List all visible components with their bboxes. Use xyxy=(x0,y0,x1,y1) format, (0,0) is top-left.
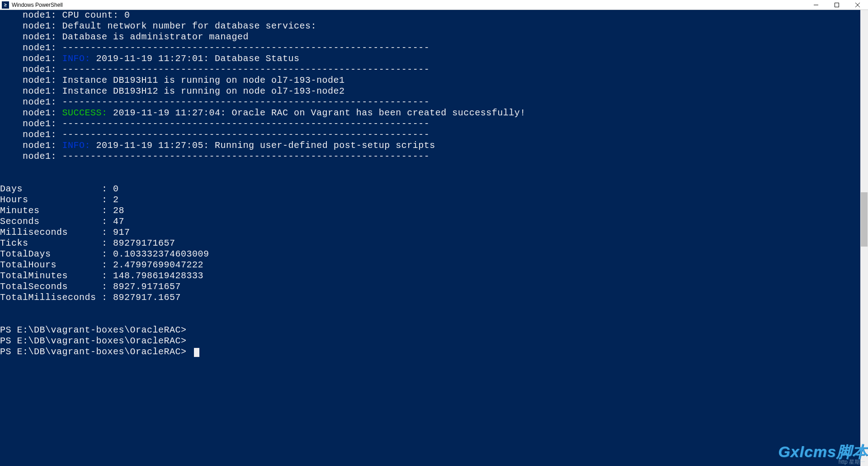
terminal-line: node1: ---------------------------------… xyxy=(0,97,860,108)
vertical-scrollbar[interactable] xyxy=(860,10,868,466)
terminal-line: node1: CPU count: 0 xyxy=(0,10,860,21)
terminal-line xyxy=(0,173,860,184)
svg-rect-1 xyxy=(835,3,839,7)
terminal-line: node1: INFO: 2019-11-19 11:27:01: Databa… xyxy=(0,53,860,64)
prompt-line: PS E:\DB\vagrant-boxes\OracleRAC> xyxy=(0,325,860,336)
terminal-container: node1: CPU count: 0 node1: Default netwo… xyxy=(0,10,868,466)
success-label: SUCCESS: xyxy=(62,108,108,118)
terminal-line: Days : 0 xyxy=(0,184,860,195)
terminal-line: TotalSeconds : 8927.9171657 xyxy=(0,281,860,292)
terminal-line xyxy=(0,314,860,325)
scrollbar-thumb[interactable] xyxy=(861,192,868,247)
prompt-line: PS E:\DB\vagrant-boxes\OracleRAC> xyxy=(0,347,860,357)
window-titlebar: ≥ Windows PowerShell xyxy=(0,0,868,10)
app-icon: ≥ xyxy=(2,1,9,9)
close-button[interactable] xyxy=(847,0,868,10)
terminal-line: Minutes : 28 xyxy=(0,205,860,216)
info-label: INFO: xyxy=(62,140,91,151)
terminal-line: TotalMinutes : 148.798619428333 xyxy=(0,271,860,281)
terminal-output[interactable]: node1: CPU count: 0 node1: Default netwo… xyxy=(0,10,860,466)
terminal-line: node1: ---------------------------------… xyxy=(0,64,860,75)
maximize-button[interactable] xyxy=(826,0,847,10)
window-controls xyxy=(806,0,868,10)
info-label: INFO: xyxy=(62,53,91,64)
cursor-icon xyxy=(194,348,199,357)
terminal-line: Ticks : 89279171657 xyxy=(0,238,860,249)
terminal-line xyxy=(0,303,860,314)
terminal-line: Hours : 2 xyxy=(0,195,860,205)
terminal-line: TotalDays : 0.103332374603009 xyxy=(0,249,860,260)
terminal-line: node1: SUCCESS: 2019-11-19 11:27:04: Ora… xyxy=(0,108,860,119)
prompt-line: PS E:\DB\vagrant-boxes\OracleRAC> xyxy=(0,336,860,347)
terminal-line: node1: ---------------------------------… xyxy=(0,43,860,53)
terminal-line xyxy=(0,162,860,173)
terminal-line: node1: INFO: 2019-11-19 11:27:05: Runnin… xyxy=(0,140,860,151)
minimize-button[interactable] xyxy=(806,0,826,10)
terminal-line: Milliseconds : 917 xyxy=(0,227,860,238)
terminal-line: node1: Default network number for databa… xyxy=(0,21,860,32)
terminal-line: node1: Database is administrator managed xyxy=(0,32,860,43)
terminal-line: Seconds : 47 xyxy=(0,216,860,227)
terminal-line: node1: Instance DB193H12 is running on n… xyxy=(0,86,860,97)
terminal-line: TotalHours : 2.47997699047222 xyxy=(0,260,860,271)
terminal-line: node1: ---------------------------------… xyxy=(0,129,860,140)
terminal-line: node1: Instance DB193H11 is running on n… xyxy=(0,75,860,86)
window-title: Windows PowerShell xyxy=(12,2,63,8)
terminal-line: node1: ---------------------------------… xyxy=(0,119,860,129)
terminal-line: node1: ---------------------------------… xyxy=(0,151,860,162)
terminal-line: TotalMilliseconds : 8927917.1657 xyxy=(0,292,860,303)
